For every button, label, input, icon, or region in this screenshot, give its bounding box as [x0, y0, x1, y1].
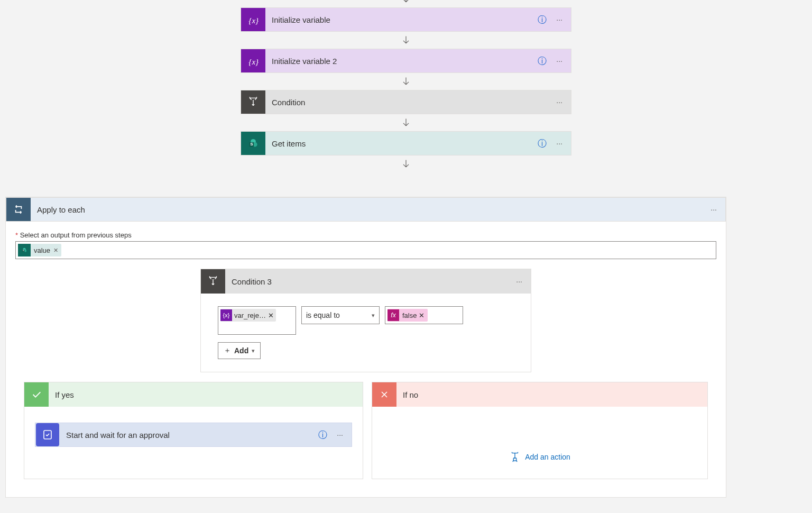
step-title: Start and wait for an approval	[60, 430, 318, 439]
step-condition[interactable]: Condition ···	[241, 90, 571, 114]
svg-text:{x}: {x}	[248, 16, 259, 25]
more-options-icon[interactable]: ···	[556, 139, 562, 148]
insert-action-icon	[509, 451, 521, 463]
branch-label: If yes	[55, 390, 74, 399]
token-expression[interactable]: fx false ✕	[387, 309, 428, 322]
condition-3-header[interactable]: Condition 3 ···	[201, 269, 531, 294]
step-apply-to-each: Apply to each ··· * Select an output fro…	[5, 197, 726, 498]
input-label: * Select an output from previous steps	[15, 231, 716, 239]
step-title: Condition 3	[225, 277, 516, 286]
more-options-icon[interactable]: ···	[516, 277, 522, 286]
token-variable[interactable]: {x} var_reje… ✕	[220, 309, 276, 322]
operator-text: is equal to	[306, 311, 340, 319]
fx-icon: fx	[387, 309, 399, 321]
svg-text:{x}: {x}	[248, 57, 259, 66]
chevron-down-icon: ▾	[252, 347, 255, 354]
condition-left-operand[interactable]: {x} var_reje… ✕	[218, 306, 296, 335]
step-title: Initialize variable 2	[265, 57, 538, 66]
sharepoint-icon: S	[241, 132, 265, 155]
output-selector-input[interactable]: S value ✕	[15, 241, 716, 259]
step-condition-3: Condition 3 ··· {x} var_reje… ✕	[200, 269, 531, 372]
more-options-icon[interactable]: ···	[556, 15, 562, 24]
branch-no-header[interactable]: If no	[372, 382, 707, 407]
add-label: Add	[234, 346, 248, 355]
token-text: false	[402, 312, 417, 319]
variable-icon: {x}	[241, 49, 265, 72]
close-icon[interactable]: ✕	[53, 247, 58, 254]
condition-icon	[201, 269, 225, 294]
check-icon	[24, 382, 49, 407]
svg-text:S: S	[23, 249, 24, 252]
add-condition-button[interactable]: ＋ Add ▾	[218, 342, 261, 359]
branch-yes-header[interactable]: If yes	[24, 382, 363, 407]
variable-icon: {x}	[241, 8, 265, 31]
close-icon	[372, 382, 396, 407]
step-title: Get items	[265, 139, 538, 148]
branch-if-yes: If yes Start and wait for an approval	[24, 382, 363, 479]
branch-if-no: If no Add an action	[372, 382, 708, 479]
step-initialize-variable[interactable]: {x} Initialize variable ⓘ ···	[241, 7, 571, 32]
help-icon[interactable]: ⓘ	[318, 429, 327, 441]
step-get-items[interactable]: S Get items ⓘ ···	[241, 131, 571, 155]
close-icon[interactable]: ✕	[419, 312, 425, 319]
step-title: Initialize variable	[265, 15, 538, 24]
token-text: value	[34, 246, 50, 254]
more-options-icon[interactable]: ···	[710, 205, 717, 214]
approval-icon	[36, 423, 59, 446]
help-icon[interactable]: ⓘ	[538, 55, 547, 67]
add-an-action-button[interactable]: Add an action	[383, 451, 697, 463]
step-start-and-wait-for-approval[interactable]: Start and wait for an approval ⓘ ···	[35, 423, 352, 447]
more-options-icon[interactable]: ···	[556, 57, 562, 65]
token-value[interactable]: S value ✕	[18, 244, 61, 256]
sharepoint-icon: S	[18, 244, 31, 256]
help-icon[interactable]: ⓘ	[538, 138, 547, 150]
token-text: var_reje…	[234, 312, 266, 319]
plus-icon: ＋	[224, 346, 231, 355]
condition-operator-select[interactable]: is equal to ▾	[301, 306, 380, 324]
chevron-down-icon: ▾	[372, 312, 375, 319]
arrow-down-icon	[401, 155, 411, 172]
close-icon[interactable]: ✕	[268, 312, 274, 319]
arrow-down-icon	[401, 114, 411, 131]
step-initialize-variable-2[interactable]: {x} Initialize variable 2 ⓘ ···	[241, 49, 571, 73]
variable-icon: {x}	[220, 309, 232, 321]
step-title: Apply to each	[31, 205, 710, 214]
arrow-down-icon	[401, 0, 411, 7]
help-icon[interactable]: ⓘ	[538, 14, 547, 26]
svg-text:S: S	[251, 142, 253, 146]
apply-to-each-header[interactable]: Apply to each ···	[6, 197, 726, 222]
arrow-down-icon	[401, 32, 411, 49]
add-action-label: Add an action	[525, 453, 570, 461]
more-options-icon[interactable]: ···	[556, 98, 562, 106]
condition-right-operand[interactable]: fx false ✕	[385, 306, 463, 324]
step-title: Condition	[265, 98, 556, 107]
arrow-down-icon	[401, 73, 411, 90]
more-options-icon[interactable]: ···	[337, 430, 343, 439]
condition-icon	[241, 90, 265, 114]
loop-icon	[6, 198, 31, 221]
branch-label: If no	[403, 390, 418, 399]
